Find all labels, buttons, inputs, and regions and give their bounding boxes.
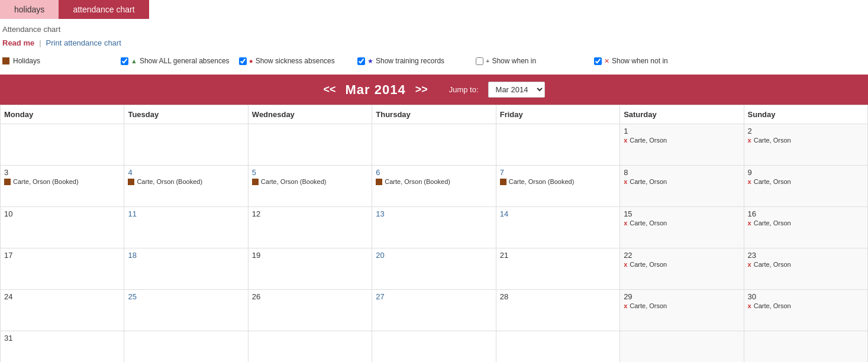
filter-show-not-in-checkbox[interactable] [594,57,602,65]
x-icon: ✕ [604,57,609,65]
entry-name: Carte, Orson [630,178,667,185]
list-item: xCarte, Orson [748,302,864,309]
entry-name: Carte, Orson [630,137,667,144]
holiday-color-box [2,57,9,64]
filter-sickness-label: Show sickness absences [256,57,335,65]
cell-date: 16 [748,209,864,218]
cell-date: 3 [4,168,120,177]
cell-date: 20 [376,251,492,260]
calendar-cell [124,331,248,362]
cell-date: 18 [128,251,244,260]
next-button[interactable]: >> [415,83,428,96]
calendar-cell [744,331,868,362]
calendar-cell: 27 [372,290,496,331]
calendar-cell: 19 [249,248,372,290]
jump-select[interactable]: Jan 2014Feb 2014Mar 2014Apr 2014May 2014 [488,82,545,98]
cell-date: 26 [252,292,368,301]
calendar-cell [496,124,620,166]
calendar-cell: 8xCarte, Orson [620,166,744,207]
day-header: Friday [496,105,620,124]
calendar-cell: 1xCarte, Orson [620,124,744,166]
calendar-cell [1,124,124,166]
filter-holidays-label: Holidays [13,57,40,65]
x-mark-icon: x [624,178,627,185]
calendar-cell [249,124,372,166]
day-header: Monday [1,105,124,124]
cell-date: 1 [624,127,740,135]
cell-date: 7 [500,168,616,177]
filter-general-checkbox[interactable] [121,57,128,65]
plus-icon: + [486,57,489,64]
cell-date: 19 [252,251,368,260]
calendar-body: 1xCarte, Orson2xCarte, Orson3Carte, Orso… [1,124,868,362]
prev-button[interactable]: << [323,83,335,96]
x-mark-icon: x [624,219,627,227]
x-mark-icon: x [624,261,627,268]
cell-date: 10 [4,209,120,218]
filter-show-in-checkbox[interactable] [476,57,483,65]
calendar-cell: 17 [1,248,124,290]
calendar-title: Mar 2014 [345,82,405,98]
calendar-cell [496,331,620,362]
cell-date: 25 [128,292,244,301]
cell-date: 4 [128,168,244,177]
entry-box-icon [376,179,382,185]
filter-training-checkbox[interactable] [357,57,365,65]
cell-date: 15 [624,209,740,218]
tab-holidays[interactable]: holidays [0,0,59,19]
cell-date: 11 [128,209,244,218]
links-row: Read me | Print attendance chart [0,36,868,50]
list-item: xCarte, Orson [748,219,864,227]
calendar-cell: 12 [249,207,372,248]
list-item: xCarte, Orson [624,137,740,144]
day-headers: MondayTuesdayWednesdayThursdayFridaySatu… [1,105,868,124]
x-mark-icon: x [748,219,751,227]
triangle-icon: ▲ [131,57,137,64]
calendar-cell: 2xCarte, Orson [744,124,868,166]
cell-date: 30 [748,292,864,301]
cell-date: 8 [624,168,740,177]
cell-date: 2 [748,127,864,135]
x-mark-icon: x [748,137,751,144]
x-mark-icon: x [624,302,627,309]
calendar-cell: 30xCarte, Orson [744,290,868,331]
x-mark-icon: x [624,137,627,144]
entry-name: Carte, Orson [754,219,791,227]
cell-date: 27 [376,292,492,301]
filter-sickness-checkbox[interactable] [239,57,247,65]
calendar-cell: 24 [1,290,124,331]
entry-box-icon [4,179,11,185]
cell-date: 22 [624,251,740,260]
entry-box-icon [128,179,134,185]
tab-attendance[interactable]: attendance chart [59,0,149,19]
list-item: xCarte, Orson [624,302,740,309]
calendar-cell: 26 [249,290,372,331]
filter-training-label: Show training records [376,57,444,65]
cell-date: 31 [4,334,120,342]
x-mark-icon: x [748,302,751,309]
calendar-cell: 9xCarte, Orson [744,166,868,207]
day-header: Tuesday [124,105,248,124]
filter-general-label: Show ALL general absences [140,57,230,65]
calendar-cell: 22xCarte, Orson [620,248,744,290]
day-header: Sunday [744,105,868,124]
cell-date: 28 [500,292,616,301]
entry-name: Carte, Orson [754,261,791,268]
list-item: xCarte, Orson [624,261,740,268]
list-item: Carte, Orson (Booked) [500,178,616,185]
print-link[interactable]: Print attendance chart [46,38,121,47]
calendar-cell [249,331,372,362]
entry-name: Carte, Orson (Booked) [137,178,202,185]
tabs-bar: holidays attendance chart [0,0,868,19]
circle-icon: ● [249,57,253,64]
calendar-cell: 18 [124,248,248,290]
list-item: Carte, Orson (Booked) [128,178,244,185]
star-icon: ★ [367,57,373,65]
read-me-link[interactable]: Read me [2,38,34,47]
calendar-cell: 10 [1,207,124,248]
day-header: Thursday [372,105,496,124]
entry-name: Carte, Orson [754,178,791,185]
list-item: xCarte, Orson [624,219,740,227]
cell-date: 5 [252,168,368,177]
entry-box-icon [252,179,259,185]
